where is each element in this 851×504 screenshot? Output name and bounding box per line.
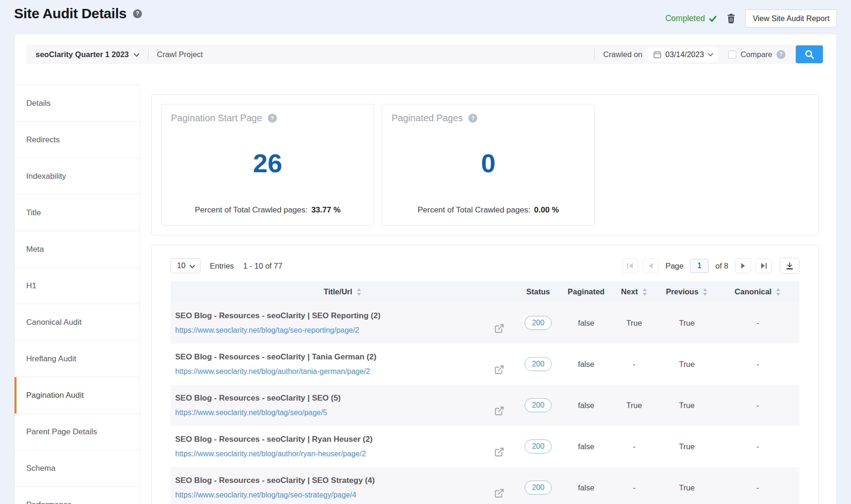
crawl-toolbar: seoClarity Quarter 1 2023 Crawl Project … xyxy=(26,44,825,64)
page-label: Page xyxy=(666,262,684,270)
next-value: True xyxy=(611,385,658,426)
stat-card-title: Pagination Start Page xyxy=(171,113,262,124)
calendar-icon xyxy=(653,50,662,59)
section-label: Crawl Project xyxy=(157,50,203,59)
pager-group: Page of 8 xyxy=(622,258,799,274)
stat-card-title: Paginated Pages xyxy=(392,113,463,124)
entries-range: 1 - 10 of 77 xyxy=(243,262,282,270)
project-selector[interactable]: seoClarity Quarter 1 2023 xyxy=(36,50,140,59)
external-link-icon[interactable] xyxy=(494,323,504,334)
paginated-value: false xyxy=(562,467,611,504)
download-icon xyxy=(785,261,794,270)
table-row: SEO Blog - Resources - seoClarity | SEO … xyxy=(170,467,799,504)
crawled-on-label: Crawled on xyxy=(603,50,642,59)
sidebar-item-h1[interactable]: H1 xyxy=(15,268,140,304)
audit-sidebar: Details Redirects Indexability Title Met… xyxy=(15,85,140,504)
external-link-icon[interactable] xyxy=(494,447,504,457)
page-url-link[interactable]: https://www.seoclarity.net/blog/tag/seo/… xyxy=(175,409,340,417)
sidebar-item-label: Hreflang Audit xyxy=(26,354,76,364)
sidebar-item-label: Details xyxy=(26,99,51,108)
next-page-button[interactable] xyxy=(735,258,751,273)
column-header-paginated[interactable]: Paginated xyxy=(562,281,611,302)
sidebar-item-parent-page-details[interactable]: Parent Page Details xyxy=(15,414,140,450)
stat-card-percent: Percent of Total Crawled pages:33.77 % xyxy=(171,205,364,219)
help-icon[interactable]: ? xyxy=(468,114,477,123)
help-icon[interactable]: ? xyxy=(268,114,277,123)
sidebar-item-label: Canonical Audit xyxy=(26,318,81,327)
stats-panel: Pagination Start Page ? 26 Percent of To… xyxy=(151,94,819,235)
page-size-select[interactable]: 10 xyxy=(170,258,200,273)
chevron-down-icon xyxy=(708,53,713,57)
page-header: Site Audit Details ? Completed View Site… xyxy=(0,0,851,28)
sort-icon xyxy=(642,288,647,296)
pagination-table-panel: 10 Entries 1 - 10 of 77 xyxy=(151,245,819,504)
crawl-date-picker[interactable]: 03/14/2023 xyxy=(648,47,718,62)
page-title-text: SEO Blog - Resources - seoClarity | SEO … xyxy=(175,311,380,321)
sidebar-item-canonical-audit[interactable]: Canonical Audit xyxy=(15,304,140,341)
next-value: True xyxy=(611,302,658,343)
page-number-input[interactable] xyxy=(690,259,709,273)
external-link-icon[interactable] xyxy=(494,406,504,416)
table-row: SEO Blog - Resources - seoClarity | SEO … xyxy=(170,385,799,426)
column-header-title-url[interactable]: Title/Url xyxy=(170,281,515,302)
main-card: seoClarity Quarter 1 2023 Crawl Project … xyxy=(14,34,837,504)
prev-page-button xyxy=(643,258,659,273)
last-page-button[interactable] xyxy=(755,258,772,273)
page-url-link[interactable]: https://www.seoclarity.net/blog/tag/seo-… xyxy=(175,326,380,335)
status-badge: Completed xyxy=(665,14,717,23)
table-row: SEO Blog - Resources - seoClarity | Ryan… xyxy=(170,426,799,467)
view-site-audit-report-button[interactable]: View Site Audit Report xyxy=(745,9,837,28)
status-code-badge: 200 xyxy=(525,316,552,330)
column-header-previous[interactable]: Previous xyxy=(658,281,716,302)
paginated-value: false xyxy=(562,426,611,467)
page-url-link[interactable]: https://www.seoclarity.net/blog/author/t… xyxy=(175,367,377,376)
status-label: Completed xyxy=(665,14,705,23)
sidebar-item-label: Indexability xyxy=(26,172,66,181)
delete-audit-button[interactable] xyxy=(726,13,736,24)
help-icon[interactable]: ? xyxy=(133,9,142,18)
external-link-icon[interactable] xyxy=(494,488,504,498)
paginated-value: false xyxy=(562,385,611,426)
table-header-row: Title/Url Status Paginated Next Previous xyxy=(170,281,799,302)
download-button[interactable] xyxy=(780,258,799,274)
first-page-icon xyxy=(627,263,633,269)
check-icon xyxy=(709,15,717,23)
prev-page-icon xyxy=(649,263,653,269)
sidebar-item-title[interactable]: Title xyxy=(15,195,140,231)
external-link-icon[interactable] xyxy=(494,365,504,375)
sidebar-item-schema[interactable]: Schema xyxy=(15,450,140,487)
paginated-value: false xyxy=(562,343,611,385)
compare-checkbox[interactable] xyxy=(728,51,736,58)
column-header-next[interactable]: Next xyxy=(611,281,658,302)
help-icon[interactable]: ? xyxy=(777,50,785,59)
column-header-canonical[interactable]: Canonical xyxy=(716,281,799,302)
sidebar-item-label: Parent Page Details xyxy=(26,427,97,437)
sidebar-item-redirects[interactable]: Redirects xyxy=(15,122,140,158)
page-url-link[interactable]: https://www.seoclarity.net/blog/author/r… xyxy=(175,450,372,458)
compare-label: Compare xyxy=(740,50,772,59)
divider xyxy=(148,49,148,60)
sidebar-item-performance[interactable]: Performance xyxy=(15,487,140,504)
last-page-icon xyxy=(761,263,767,269)
next-page-icon xyxy=(741,263,745,269)
search-icon xyxy=(804,49,814,59)
sort-icon xyxy=(776,288,781,296)
chevron-down-icon xyxy=(189,264,195,269)
sidebar-item-label: H1 xyxy=(26,281,37,291)
canonical-value: - xyxy=(716,302,799,343)
sidebar-item-label: Redirects xyxy=(26,135,60,145)
stat-card-value: 0 xyxy=(392,124,585,205)
column-header-status[interactable]: Status xyxy=(515,281,562,302)
sidebar-item-meta[interactable]: Meta xyxy=(15,231,140,268)
next-value: - xyxy=(611,467,658,504)
first-page-button xyxy=(622,258,638,273)
page-url-link[interactable]: https://www.seoclarity.net/blog/tag/seo-… xyxy=(175,491,375,499)
pagination-audit-table: Title/Url Status Paginated Next Previous xyxy=(170,281,799,504)
canonical-value: - xyxy=(716,426,799,467)
search-button[interactable] xyxy=(796,45,823,63)
sidebar-item-pagination-audit[interactable]: Pagination Audit xyxy=(15,377,140,414)
sort-icon xyxy=(703,288,708,296)
sidebar-item-details[interactable]: Details xyxy=(15,85,140,122)
sidebar-item-indexability[interactable]: Indexability xyxy=(15,158,140,195)
sidebar-item-hreflang-audit[interactable]: Hreflang Audit xyxy=(15,341,140,377)
